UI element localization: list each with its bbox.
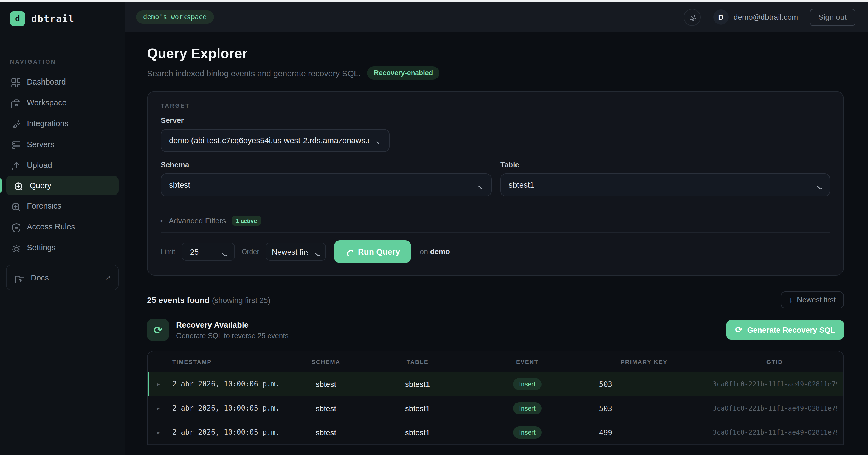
cell-event: Insert — [479, 402, 576, 414]
caret-right-icon[interactable]: ▸ — [148, 405, 169, 411]
search-plus-icon — [12, 181, 23, 190]
caret-right-icon: ▸ — [161, 218, 163, 223]
server-select-value: demo (abi-test.c7cq6oyes54i.us-west-2.rd… — [169, 136, 369, 145]
target-section-label: TARGET — [161, 102, 830, 109]
chevron-down-icon — [374, 136, 381, 144]
run-query-label: Run Query — [358, 247, 400, 256]
active-indicator — [0, 178, 2, 193]
sun-icon — [10, 243, 20, 252]
sidebar-nav: Dashboard Workspace Integrations Servers… — [0, 71, 125, 258]
sidebar-item-label: Integrations — [27, 119, 69, 128]
table-select-value: sbtest1 — [508, 181, 810, 189]
avatar[interactable]: D — [713, 9, 728, 25]
generate-recovery-sql-label: Generate Recovery SQL — [747, 326, 835, 334]
sidebar-item-label: Settings — [27, 243, 56, 252]
sidebar-item-integrations[interactable]: Integrations — [0, 113, 125, 134]
limit-label: Limit — [161, 248, 175, 255]
on-server-text: on demo — [420, 247, 450, 256]
cell-table: sbtest1 — [356, 404, 479, 413]
nav-section-label: NAVIGATION — [0, 58, 125, 65]
column-header-timestamp: TIMESTAMP — [169, 358, 296, 365]
brand-row[interactable]: d dbtrail — [0, 2, 125, 26]
sidebar-item-query[interactable]: Query — [6, 176, 119, 195]
order-select[interactable]: Newest first — [266, 243, 326, 261]
page-title: Query Explorer — [147, 46, 844, 61]
sidebar-item-dashboard[interactable]: Dashboard — [0, 71, 125, 92]
cell-timestamp: 2 abr 2026, 10:00:05 p.m. — [169, 428, 296, 436]
sidebar-item-forensics[interactable]: Forensics — [0, 195, 125, 216]
caret-right-icon[interactable]: ▸ — [148, 381, 169, 387]
recovery-subtitle: Generate SQL to reverse 25 events — [176, 331, 288, 339]
app-root: d dbtrail NAVIGATION Dashboard Workspace… — [0, 0, 868, 455]
arrow-down-icon: ↓ — [789, 296, 793, 304]
refresh-icon: ⟳ — [147, 319, 169, 341]
servers-icon — [10, 140, 20, 149]
table-select[interactable]: sbtest1 — [500, 174, 830, 196]
cell-primary-key: 499 — [576, 428, 713, 436]
run-query-button[interactable]: Run Query — [334, 240, 411, 263]
page-subtitle: Search indexed binlog events and generat… — [147, 68, 361, 78]
recovery-banner: ⟳ Recovery Available Generate SQL to rev… — [147, 319, 844, 341]
active-filters-badge: 1 active — [231, 216, 261, 225]
sidebar-item-label: Workspace — [27, 98, 67, 107]
chevron-down-icon — [476, 181, 484, 189]
table-row[interactable]: ▸ 2 abr 2026, 10:00:05 p.m. sbtest sbtes… — [148, 396, 843, 420]
sidebar-item-label: Query — [30, 181, 51, 190]
cell-primary-key: 503 — [576, 404, 713, 413]
server-label: Server — [161, 116, 830, 125]
external-link-icon: ↗ — [105, 273, 111, 281]
table-row[interactable]: ▸ 2 abr 2026, 10:00:05 p.m. sbtest sbtes… — [148, 420, 843, 445]
sidebar-item-label: Servers — [27, 140, 54, 149]
column-header-event: EVENT — [479, 358, 576, 365]
advanced-filters-label: Advanced Filters — [169, 216, 226, 225]
sign-out-button[interactable]: Sign out — [810, 8, 856, 26]
sidebar-item-servers[interactable]: Servers — [0, 134, 125, 155]
column-header-schema: SCHEMA — [296, 358, 356, 365]
sort-order-button[interactable]: ↓ Newest first — [780, 292, 844, 308]
workspace-badge: demo's workspace — [136, 10, 214, 24]
cell-timestamp: 2 abr 2026, 10:00:06 p.m. — [169, 380, 296, 388]
topbar: demo's workspace D demo@dbtrail.com Sign… — [125, 2, 868, 32]
grid-icon — [10, 77, 20, 87]
cell-table: sbtest1 — [356, 428, 479, 436]
cell-gtid: 3ca0f1c0-221b-11f1-ae49-02811e79fbb… — [713, 404, 837, 412]
caret-right-icon[interactable]: ▸ — [148, 429, 169, 435]
limit-select-value: 25 — [190, 247, 215, 256]
sun-icon — [688, 13, 696, 21]
generate-recovery-sql-button[interactable]: ⟳ Generate Recovery SQL — [726, 320, 844, 340]
cell-event: Insert — [479, 426, 576, 438]
cell-gtid: 3ca0f1c0-221b-11f1-ae49-02811e79fbb… — [713, 380, 837, 388]
schema-select[interactable]: sbtest — [161, 174, 492, 196]
events-table: TIMESTAMP SCHEMA TABLE EVENT PRIMARY KEY… — [147, 351, 844, 445]
theme-toggle-button[interactable] — [684, 8, 701, 26]
event-badge: Insert — [513, 378, 541, 390]
server-select[interactable]: demo (abi-test.c7cq6oyes54i.us-west-2.rd… — [161, 129, 390, 152]
target-card: TARGET Server demo (abi-test.c7cq6oyes54… — [147, 91, 844, 275]
sidebar-item-label: Forensics — [27, 202, 61, 210]
table-row[interactable]: ▸ 2 abr 2026, 10:00:06 p.m. sbtest sbtes… — [148, 372, 843, 396]
plug-icon — [10, 119, 20, 128]
sidebar-item-settings[interactable]: Settings — [0, 237, 125, 258]
main-content: Query Explorer Search indexed binlog eve… — [125, 32, 868, 455]
brand-name: dbtrail — [31, 13, 74, 24]
sidebar-item-workspace[interactable]: Workspace — [0, 92, 125, 113]
results-count: 25 events found (showing first 25) — [147, 295, 271, 305]
sidebar-item-label: Upload — [27, 161, 52, 170]
column-header-table: TABLE — [356, 358, 479, 365]
event-badge: Insert — [513, 426, 541, 438]
order-label: Order — [242, 248, 259, 255]
sidebar: d dbtrail NAVIGATION Dashboard Workspace… — [0, 2, 125, 455]
target-server-name: demo — [430, 247, 450, 256]
sidebar-item-upload[interactable]: Upload — [0, 155, 125, 176]
sidebar-item-label: Access Rules — [27, 222, 75, 231]
sort-order-label: Newest first — [797, 296, 836, 304]
cell-schema: sbtest — [296, 404, 356, 413]
sidebar-item-docs[interactable]: Docs ↗ — [6, 265, 119, 290]
brand-initial: d — [15, 14, 20, 24]
chevron-down-icon — [814, 181, 822, 189]
user-email: demo@dbtrail.com — [734, 12, 798, 22]
advanced-filters-toggle[interactable]: ▸ Advanced Filters 1 active — [161, 209, 830, 233]
limit-select[interactable]: 25 — [182, 243, 235, 261]
cell-schema: sbtest — [296, 380, 356, 388]
sidebar-item-access-rules[interactable]: Access Rules — [0, 216, 125, 237]
